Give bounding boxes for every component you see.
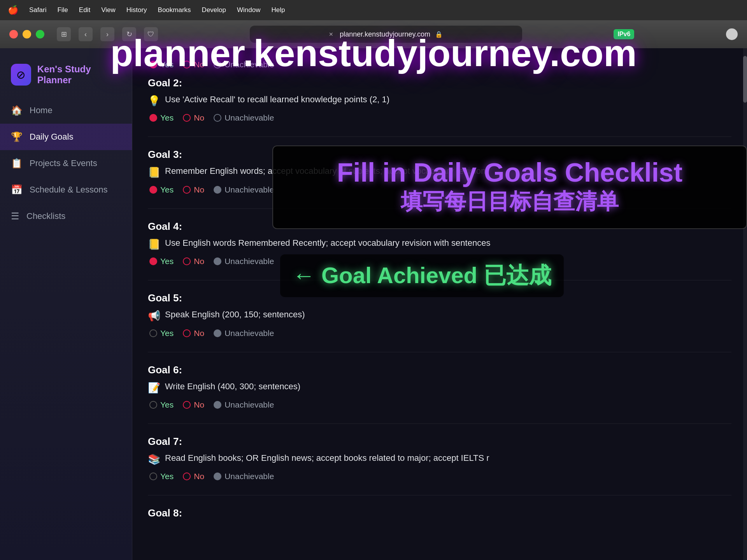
radio-dot-4-no <box>183 257 191 265</box>
radio-2-no[interactable]: No <box>183 113 204 122</box>
overlay-achieved-text: ← Goal Achieved 已达成 <box>293 261 551 291</box>
apple-menu[interactable]: 🍎 <box>8 5 18 15</box>
radio-5-yes[interactable]: Yes <box>149 329 174 338</box>
maximize-button[interactable] <box>36 30 44 38</box>
separator-2 <box>148 136 731 137</box>
radio-dot-2-yes <box>149 114 157 122</box>
radio-dot-5-unachievable <box>214 329 221 337</box>
logo-icon: ⊘ <box>11 64 31 86</box>
close-tab-icon: ✕ <box>329 31 333 37</box>
radio-5-unachievable[interactable]: Unachievable <box>214 329 274 338</box>
overlay-checklist: Fill in Daily Goals Checklist 填写每日目标自查清单 <box>272 145 747 229</box>
goal-6-title: Goal 6: <box>148 364 731 376</box>
sidebar-item-checklists[interactable]: ☰ Checklists <box>0 203 132 229</box>
radio-group-2: Yes No Unachievable <box>149 113 731 122</box>
radio-7-no[interactable]: No <box>183 472 204 481</box>
radio-3-yes[interactable]: Yes <box>149 185 174 194</box>
radio-dot-6-unachievable <box>214 401 221 409</box>
radio-7-no-label: No <box>194 472 204 481</box>
radio-3-no-label: No <box>194 185 204 194</box>
goal-5-desc: 📢 Speak English (200, 150; sentences) <box>148 309 731 323</box>
menu-file[interactable]: File <box>57 6 68 14</box>
goal-2-desc: 💡 Use 'Active Recall' to recall learned … <box>148 94 731 108</box>
goal-5-text: Speak English (200, 150; sentences) <box>165 309 305 321</box>
radio-4-no[interactable]: No <box>183 257 204 266</box>
radio-7-unachievable[interactable]: Unachievable <box>214 472 274 481</box>
goal-8-title: Goal 8: <box>148 507 731 519</box>
radio-6-unachievable[interactable]: Unachievable <box>214 400 274 410</box>
goal-4-text: Use English words Remembered Recently; a… <box>165 237 490 249</box>
radio-6-yes-label: Yes <box>160 400 174 410</box>
browser-circle-button[interactable] <box>726 28 738 40</box>
refresh-button[interactable]: ↻ <box>122 27 136 41</box>
radio-6-yes[interactable]: Yes <box>149 400 174 410</box>
radio-no-top[interactable]: No <box>183 60 204 69</box>
sidebar-label-schedule: Schedule & Lessons <box>30 185 108 195</box>
sidebar-item-schedule[interactable]: 📅 Schedule & Lessons <box>0 177 132 203</box>
goal-2-text: Use 'Active Recall' to recall learned kn… <box>165 94 389 106</box>
scrollbar-thumb[interactable] <box>743 56 747 103</box>
radio-5-no-label: No <box>194 329 204 338</box>
radio-5-no[interactable]: No <box>183 329 204 338</box>
menu-view[interactable]: View <box>101 6 116 14</box>
radio-6-unachievable-label: Unachievable <box>224 400 274 410</box>
radio-3-no[interactable]: No <box>183 185 204 194</box>
radio-dot-6-no <box>183 401 191 409</box>
radio-dot-unachievable <box>214 61 221 68</box>
menu-safari[interactable]: Safari <box>29 6 46 14</box>
sidebar-label-checklists: Checklists <box>26 211 65 221</box>
radio-3-yes-label: Yes <box>160 185 174 194</box>
menu-history[interactable]: History <box>126 6 147 14</box>
menu-edit[interactable]: Edit <box>79 6 90 14</box>
menu-develop[interactable]: Develop <box>202 6 226 14</box>
app-logo: ⊘ Ken's Study Planner <box>0 56 132 97</box>
menu-bookmarks[interactable]: Bookmarks <box>158 6 191 14</box>
ipv6-badge: IPv6 <box>614 29 634 39</box>
goal-6-desc: 📝 Write English (400, 300; sentences) <box>148 381 731 395</box>
sidebar-item-daily-goals[interactable]: 🏆 Daily Goals <box>0 124 132 150</box>
minimize-button[interactable] <box>23 30 31 38</box>
radio-unachievable-label: Unachievable <box>224 60 274 69</box>
separator-6 <box>148 424 731 424</box>
back-button[interactable]: ‹ <box>79 27 93 41</box>
radio-7-yes-label: Yes <box>160 472 174 481</box>
radio-no-label: No <box>194 60 204 69</box>
radio-3-unachievable-label: Unachievable <box>224 185 274 194</box>
overlay-achieved: ← Goal Achieved 已达成 <box>280 254 564 297</box>
goal-6-text: Write English (400, 300; sentences) <box>165 381 300 393</box>
close-button[interactable] <box>9 30 18 38</box>
radio-unachievable-top[interactable]: Unachievable <box>214 60 274 69</box>
radio-2-unachievable[interactable]: Unachievable <box>214 113 274 122</box>
app-container: ⊘ Ken's Study Planner 🏠 Home 🏆 Daily Goa… <box>0 48 747 560</box>
radio-dot-7-yes <box>149 472 157 480</box>
sidebar-toggle-button[interactable]: ⊞ <box>57 27 71 41</box>
goal-6-emoji: 📝 <box>148 381 160 395</box>
radio-dot-5-yes <box>149 329 157 337</box>
menu-window[interactable]: Window <box>237 6 260 14</box>
radio-dot-3-unachievable <box>214 186 221 194</box>
sidebar-item-projects[interactable]: 📋 Projects & Events <box>0 150 132 177</box>
sidebar-item-home[interactable]: 🏠 Home <box>0 97 132 124</box>
radio-yes-top[interactable]: Yes <box>149 60 174 69</box>
scrollbar-track[interactable] <box>743 48 747 560</box>
goal-2-emoji: 💡 <box>148 94 160 108</box>
forward-button[interactable]: › <box>100 27 114 41</box>
address-bar[interactable]: ✕ planner.kenstudyjourney.com 🔒 <box>250 26 522 43</box>
radio-group-top: Yes No Unachievable <box>149 60 731 69</box>
menu-help[interactable]: Help <box>271 6 285 14</box>
radio-7-yes[interactable]: Yes <box>149 472 174 481</box>
radio-4-yes[interactable]: Yes <box>149 257 174 266</box>
browser-toolbar: ⊞ ‹ › ↻ 🛡 ✕ planner.kenstudyjourney.com … <box>0 20 747 48</box>
shield-button[interactable]: 🛡 <box>144 27 158 41</box>
radio-dot-2-no <box>183 114 191 122</box>
radio-dot-3-no <box>183 186 191 194</box>
radio-6-no[interactable]: No <box>183 400 204 410</box>
radio-dot-5-no <box>183 329 191 337</box>
app-title: Ken's Study Planner <box>37 64 121 86</box>
radio-2-yes[interactable]: Yes <box>149 113 174 122</box>
radio-3-unachievable[interactable]: Unachievable <box>214 185 274 194</box>
goal-section-7: Goal 7: 📚 Read English books; OR English… <box>148 436 731 481</box>
radio-2-no-label: No <box>194 113 204 122</box>
radio-2-yes-label: Yes <box>160 113 174 122</box>
radio-4-unachievable[interactable]: Unachievable <box>214 257 274 266</box>
